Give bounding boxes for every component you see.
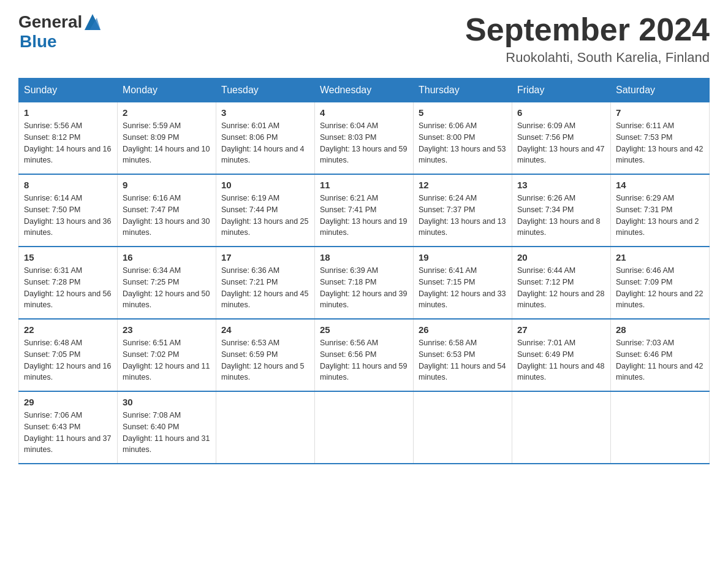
calendar-cell: 20 Sunrise: 6:44 AM Sunset: 7:12 PM Dayl… — [512, 247, 611, 319]
calendar-cell: 8 Sunrise: 6:14 AM Sunset: 7:50 PM Dayli… — [19, 174, 118, 247]
day-number: 23 — [123, 324, 211, 335]
day-number: 15 — [24, 252, 112, 262]
day-info: Sunrise: 5:56 AM Sunset: 8:12 PM Dayligh… — [24, 120, 112, 166]
day-info: Sunrise: 6:19 AM Sunset: 7:44 PM Dayligh… — [221, 193, 309, 239]
column-header-tuesday: Tuesday — [216, 79, 315, 102]
column-header-thursday: Thursday — [414, 79, 512, 102]
day-info: Sunrise: 7:01 AM Sunset: 6:49 PM Dayligh… — [517, 337, 605, 383]
logo-text-blue: Blue — [20, 32, 57, 52]
calendar-cell: 18 Sunrise: 6:39 AM Sunset: 7:18 PM Dayl… — [315, 247, 414, 319]
day-number: 22 — [24, 324, 112, 335]
calendar-header-row: SundayMondayTuesdayWednesdayThursdayFrid… — [19, 79, 710, 102]
calendar-week-row: 15 Sunrise: 6:31 AM Sunset: 7:28 PM Dayl… — [19, 247, 710, 319]
day-info: Sunrise: 6:24 AM Sunset: 7:37 PM Dayligh… — [419, 193, 507, 239]
day-number: 10 — [221, 180, 309, 190]
day-info: Sunrise: 6:48 AM Sunset: 7:05 PM Dayligh… — [24, 337, 112, 383]
day-number: 25 — [320, 324, 408, 335]
calendar-cell: 3 Sunrise: 6:01 AM Sunset: 8:06 PM Dayli… — [216, 102, 315, 175]
day-info: Sunrise: 6:41 AM Sunset: 7:15 PM Dayligh… — [419, 265, 507, 311]
calendar-cell: 23 Sunrise: 6:51 AM Sunset: 7:02 PM Dayl… — [118, 319, 216, 391]
day-info: Sunrise: 6:16 AM Sunset: 7:47 PM Dayligh… — [123, 193, 211, 239]
column-header-sunday: Sunday — [19, 79, 118, 102]
calendar-week-row: 29 Sunrise: 7:06 AM Sunset: 6:43 PM Dayl… — [19, 391, 710, 464]
column-header-wednesday: Wednesday — [315, 79, 414, 102]
day-number: 2 — [123, 107, 211, 118]
day-info: Sunrise: 6:09 AM Sunset: 7:56 PM Dayligh… — [517, 120, 605, 166]
calendar-cell: 5 Sunrise: 6:06 AM Sunset: 8:00 PM Dayli… — [414, 102, 512, 175]
day-info: Sunrise: 6:04 AM Sunset: 8:03 PM Dayligh… — [320, 120, 408, 166]
column-header-monday: Monday — [118, 79, 216, 102]
page-header: General Blue September 2024 Ruokolahti, … — [18, 12, 710, 66]
calendar-cell: 12 Sunrise: 6:24 AM Sunset: 7:37 PM Dayl… — [414, 174, 512, 247]
column-header-saturday: Saturday — [611, 79, 710, 102]
day-info: Sunrise: 6:46 AM Sunset: 7:09 PM Dayligh… — [616, 265, 704, 311]
calendar-cell: 27 Sunrise: 7:01 AM Sunset: 6:49 PM Dayl… — [512, 319, 611, 391]
calendar-cell: 10 Sunrise: 6:19 AM Sunset: 7:44 PM Dayl… — [216, 174, 315, 247]
day-info: Sunrise: 6:34 AM Sunset: 7:25 PM Dayligh… — [123, 265, 211, 311]
day-number: 12 — [419, 180, 507, 190]
day-number: 18 — [320, 252, 408, 262]
day-number: 29 — [24, 397, 112, 407]
day-info: Sunrise: 6:56 AM Sunset: 6:56 PM Dayligh… — [320, 337, 408, 383]
day-number: 27 — [517, 324, 605, 335]
calendar-cell: 9 Sunrise: 6:16 AM Sunset: 7:47 PM Dayli… — [118, 174, 216, 247]
calendar-cell — [414, 391, 512, 464]
calendar-cell: 24 Sunrise: 6:53 AM Sunset: 6:59 PM Dayl… — [216, 319, 315, 391]
day-number: 3 — [221, 107, 309, 118]
calendar-title: September 2024 — [465, 12, 710, 47]
day-number: 14 — [616, 180, 704, 190]
day-number: 11 — [320, 180, 408, 190]
day-info: Sunrise: 7:06 AM Sunset: 6:43 PM Dayligh… — [24, 410, 112, 456]
calendar-week-row: 1 Sunrise: 5:56 AM Sunset: 8:12 PM Dayli… — [19, 102, 710, 175]
day-info: Sunrise: 7:08 AM Sunset: 6:40 PM Dayligh… — [123, 410, 211, 456]
day-info: Sunrise: 6:29 AM Sunset: 7:31 PM Dayligh… — [616, 193, 704, 239]
logo-line1: General — [18, 12, 102, 32]
day-number: 26 — [419, 324, 507, 335]
day-info: Sunrise: 6:58 AM Sunset: 6:53 PM Dayligh… — [419, 337, 507, 383]
day-info: Sunrise: 6:01 AM Sunset: 8:06 PM Dayligh… — [221, 120, 309, 166]
calendar-cell: 21 Sunrise: 6:46 AM Sunset: 7:09 PM Dayl… — [611, 247, 710, 319]
day-number: 28 — [616, 324, 704, 335]
calendar-cell: 26 Sunrise: 6:58 AM Sunset: 6:53 PM Dayl… — [414, 319, 512, 391]
calendar-cell: 29 Sunrise: 7:06 AM Sunset: 6:43 PM Dayl… — [19, 391, 118, 464]
logo: General Blue — [18, 12, 102, 52]
calendar-cell: 19 Sunrise: 6:41 AM Sunset: 7:15 PM Dayl… — [414, 247, 512, 319]
day-info: Sunrise: 6:53 AM Sunset: 6:59 PM Dayligh… — [221, 337, 309, 383]
day-number: 16 — [123, 252, 211, 262]
day-number: 7 — [616, 107, 704, 118]
calendar-subtitle: Ruokolahti, South Karelia, Finland — [465, 50, 710, 66]
calendar-week-row: 8 Sunrise: 6:14 AM Sunset: 7:50 PM Dayli… — [19, 174, 710, 247]
calendar-cell: 25 Sunrise: 6:56 AM Sunset: 6:56 PM Dayl… — [315, 319, 414, 391]
title-area: September 2024 Ruokolahti, South Karelia… — [465, 12, 710, 66]
day-info: Sunrise: 6:31 AM Sunset: 7:28 PM Dayligh… — [24, 265, 112, 311]
day-number: 19 — [419, 252, 507, 262]
calendar-cell: 22 Sunrise: 6:48 AM Sunset: 7:05 PM Dayl… — [19, 319, 118, 391]
day-number: 30 — [123, 397, 211, 407]
calendar-cell: 1 Sunrise: 5:56 AM Sunset: 8:12 PM Dayli… — [19, 102, 118, 175]
calendar-cell: 15 Sunrise: 6:31 AM Sunset: 7:28 PM Dayl… — [19, 247, 118, 319]
day-number: 8 — [24, 180, 112, 190]
day-number: 9 — [123, 180, 211, 190]
day-info: Sunrise: 6:06 AM Sunset: 8:00 PM Dayligh… — [419, 120, 507, 166]
day-number: 20 — [517, 252, 605, 262]
calendar-week-row: 22 Sunrise: 6:48 AM Sunset: 7:05 PM Dayl… — [19, 319, 710, 391]
calendar-cell: 16 Sunrise: 6:34 AM Sunset: 7:25 PM Dayl… — [118, 247, 216, 319]
day-info: Sunrise: 6:39 AM Sunset: 7:18 PM Dayligh… — [320, 265, 408, 311]
day-number: 5 — [419, 107, 507, 118]
calendar-cell: 30 Sunrise: 7:08 AM Sunset: 6:40 PM Dayl… — [118, 391, 216, 464]
logo-icon — [83, 13, 102, 31]
day-info: Sunrise: 6:21 AM Sunset: 7:41 PM Dayligh… — [320, 193, 408, 239]
day-info: Sunrise: 6:11 AM Sunset: 7:53 PM Dayligh… — [616, 120, 704, 166]
calendar-cell: 6 Sunrise: 6:09 AM Sunset: 7:56 PM Dayli… — [512, 102, 611, 175]
calendar-cell: 13 Sunrise: 6:26 AM Sunset: 7:34 PM Dayl… — [512, 174, 611, 247]
logo-text-general: General — [18, 12, 82, 32]
day-info: Sunrise: 7:03 AM Sunset: 6:46 PM Dayligh… — [616, 337, 704, 383]
day-number: 21 — [616, 252, 704, 262]
day-info: Sunrise: 5:59 AM Sunset: 8:09 PM Dayligh… — [123, 120, 211, 166]
calendar-cell: 11 Sunrise: 6:21 AM Sunset: 7:41 PM Dayl… — [315, 174, 414, 247]
day-info: Sunrise: 6:51 AM Sunset: 7:02 PM Dayligh… — [123, 337, 211, 383]
day-number: 13 — [517, 180, 605, 190]
day-number: 1 — [24, 107, 112, 118]
day-info: Sunrise: 6:26 AM Sunset: 7:34 PM Dayligh… — [517, 193, 605, 239]
calendar-cell: 17 Sunrise: 6:36 AM Sunset: 7:21 PM Dayl… — [216, 247, 315, 319]
